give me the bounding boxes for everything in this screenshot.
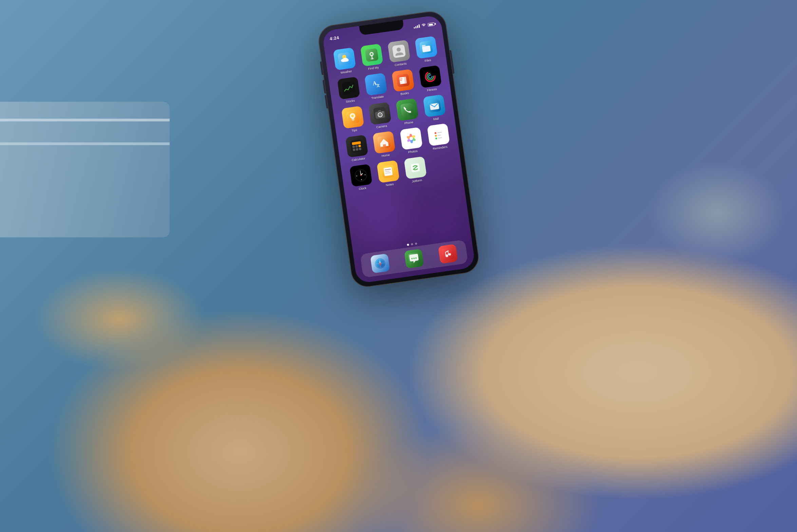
battery-icon xyxy=(427,22,434,27)
svg-text:文: 文 xyxy=(376,83,380,88)
railing-background xyxy=(0,102,170,238)
svg-rect-34 xyxy=(400,103,414,117)
app-photos[interactable]: Photos xyxy=(397,127,425,155)
svg-point-58 xyxy=(435,138,437,140)
app-calculator-label: Calculator xyxy=(351,157,366,162)
svg-point-23 xyxy=(428,75,431,78)
app-home[interactable]: Home xyxy=(370,131,398,159)
app-phone-label: Phone xyxy=(404,120,413,125)
svg-point-22 xyxy=(426,73,433,80)
app-tips[interactable]: Tips xyxy=(339,106,367,134)
app-findmy[interactable]: Find My xyxy=(358,43,386,72)
svg-point-56 xyxy=(434,135,437,137)
app-clock[interactable]: Clock xyxy=(347,164,375,192)
app-photos-label: Photos xyxy=(408,150,418,155)
app-contacts[interactable]: Contacts xyxy=(385,39,413,68)
status-icons xyxy=(413,22,434,29)
app-books[interactable]: Books xyxy=(389,69,417,97)
svg-rect-59 xyxy=(438,137,442,139)
svg-rect-85 xyxy=(441,248,454,261)
status-time: 4:24 xyxy=(329,35,339,41)
app-mail-label: Mail xyxy=(433,117,439,121)
app-books-label: Books xyxy=(400,91,409,96)
app-fitness-label: Fitness xyxy=(426,87,437,92)
app-clock-label: Clock xyxy=(358,187,367,191)
svg-point-54 xyxy=(434,132,436,134)
app-mail[interactable]: Mail xyxy=(420,94,448,122)
app-findmy-label: Find My xyxy=(368,66,379,71)
app-jotform-label: Jotform xyxy=(411,179,422,184)
app-stocks-label: Stocks xyxy=(346,99,355,103)
svg-rect-55 xyxy=(437,132,441,133)
page-dot-1 xyxy=(407,244,409,246)
app-translate[interactable]: A 文 Translate xyxy=(362,73,390,101)
app-weather[interactable]: Weather xyxy=(331,47,359,76)
dock-safari[interactable] xyxy=(370,253,390,273)
dock-messages[interactable] xyxy=(404,249,424,268)
page-dot-3 xyxy=(414,243,417,245)
app-notes[interactable]: Notes xyxy=(374,160,402,188)
app-jotform[interactable]: Jotform xyxy=(401,156,429,185)
page-dot-2 xyxy=(410,243,413,246)
app-contacts-label: Contacts xyxy=(394,62,407,67)
app-grid: Weather xyxy=(324,32,463,197)
app-files[interactable]: Files xyxy=(412,36,440,64)
app-phone[interactable]: Phone xyxy=(393,98,421,126)
screen-decoration-1 xyxy=(355,191,412,249)
app-camera[interactable]: Camera xyxy=(366,102,394,130)
app-notes-label: Notes xyxy=(386,183,394,187)
app-camera-label: Camera xyxy=(376,124,387,129)
app-reminders[interactable]: Reminders xyxy=(424,123,452,152)
app-reminders-label: Reminders xyxy=(432,145,447,151)
app-weather-label: Weather xyxy=(340,70,352,75)
dock-music[interactable] xyxy=(438,244,458,264)
app-calculator[interactable]: Calculator xyxy=(343,135,371,163)
wifi-icon xyxy=(421,23,426,28)
svg-rect-12 xyxy=(422,45,430,52)
app-files-label: Files xyxy=(424,58,431,63)
app-translate-label: Translate xyxy=(371,95,384,100)
app-stocks[interactable]: Stocks xyxy=(335,76,363,105)
signal-icon xyxy=(413,24,420,28)
dock xyxy=(360,240,468,278)
app-fitness[interactable]: Fitness xyxy=(416,65,444,93)
svg-rect-13 xyxy=(341,81,355,95)
app-tips-label: Tips xyxy=(351,128,357,133)
app-home-label: Home xyxy=(382,153,390,158)
svg-rect-57 xyxy=(437,135,440,136)
scene: 4:24 xyxy=(0,0,797,532)
